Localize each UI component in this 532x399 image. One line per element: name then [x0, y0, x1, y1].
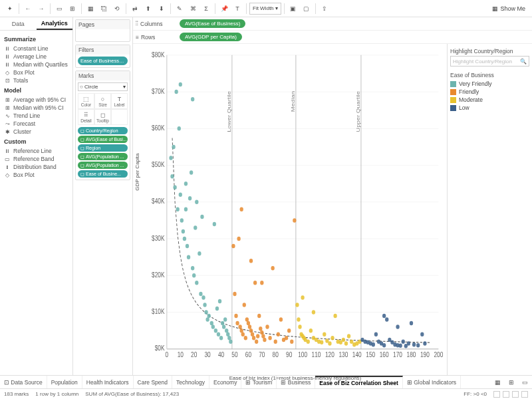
cards-column: Pages Filters Ease of Business (cl... Ma… — [73, 17, 133, 375]
analytics-item[interactable]: ⤳Forecast — [4, 120, 68, 128]
mark-pill[interactable]: ◻AVG(Population ... — [78, 162, 128, 169]
sort-desc-icon[interactable]: ⬇ — [156, 3, 168, 15]
analytics-item[interactable]: ⊡Totals — [4, 76, 68, 84]
showme-icon: ▦ — [492, 5, 498, 12]
highlight-card-head: Highlight Country/Region — [450, 47, 529, 56]
marks-tooltip[interactable]: ◻Tooltip — [94, 109, 111, 125]
status-bar: 183 marks 1 row by 1 column SUM of AVG(E… — [0, 388, 532, 399]
svg-point-134 — [298, 325, 301, 329]
highlight-search-input[interactable]: Highlight Country/Region 🔍 — [450, 56, 529, 66]
filter-pill-ease[interactable]: Ease of Business (cl... — [78, 57, 128, 65]
new-story-tab-icon[interactable]: ▭ — [518, 376, 532, 388]
rows-pill[interactable]: AVG(GDP per Capita) — [180, 33, 242, 41]
svg-text:70: 70 — [259, 351, 265, 358]
svg-point-90 — [179, 82, 182, 87]
svg-point-73 — [205, 317, 209, 322]
rows-shelf[interactable]: ≡Rows AVG(GDP per Capita) — [133, 31, 532, 44]
chart-viz[interactable]: GDP per Capita $0K$10K$20K$30K$40K$50K$6… — [133, 44, 447, 375]
svg-text:$60K: $60K — [152, 124, 165, 132]
svg-point-52 — [176, 207, 180, 212]
status-view-icon[interactable] — [493, 391, 500, 398]
sheet-tab[interactable]: ⊡ Data Source — [0, 376, 47, 388]
legend-item[interactable]: Friendly — [450, 88, 529, 96]
analytics-item[interactable]: ∿Trend Line — [4, 112, 68, 120]
worksheet-area: ⦙⦙Columns AVG(Ease of Business) ≡Rows AV… — [133, 17, 532, 375]
new-dashboard-tab-icon[interactable]: ⊞ — [505, 376, 518, 388]
swap-icon[interactable]: ⇄ — [129, 3, 141, 15]
tableau-logo-icon[interactable]: ✦ — [4, 3, 16, 15]
marks-label[interactable]: TLabel — [111, 93, 128, 109]
svg-point-130 — [249, 259, 253, 263]
sheet-tab[interactable]: Population — [47, 376, 82, 388]
analytics-item[interactable]: ◇Box Plot — [4, 68, 68, 76]
svg-text:160: 160 — [380, 351, 389, 358]
status-view-icon[interactable] — [521, 391, 528, 398]
mark-pill[interactable]: ◻AVG(Population ... — [78, 153, 128, 160]
sidebar-tab-data[interactable]: Data — [0, 17, 37, 30]
share-icon[interactable]: ⇪ — [319, 3, 331, 15]
marks-color[interactable]: ⬚Color — [78, 93, 94, 109]
mark-pill[interactable]: ◻AVG(Ease of Busi... — [78, 136, 128, 143]
svg-point-102 — [243, 303, 246, 307]
svg-point-131 — [260, 281, 263, 285]
svg-point-160 — [312, 310, 315, 315]
svg-text:$30K: $30K — [152, 235, 165, 242]
svg-point-57 — [183, 237, 186, 241]
analytics-item[interactable]: ⫼Reference Line — [4, 147, 68, 155]
marks-type-dropdown[interactable]: ○ Circle▾ — [78, 82, 128, 91]
analytics-item[interactable]: ⫼Constant Line — [4, 45, 68, 53]
sheet-tab[interactable]: Health Indicators — [82, 376, 134, 388]
analytics-item[interactable]: ⫿Distribution Band — [4, 163, 68, 171]
cards-icon[interactable]: ▣ — [287, 3, 299, 15]
legend-item[interactable]: Low — [450, 104, 529, 112]
svg-point-91 — [184, 207, 188, 212]
mark-pill[interactable]: ◻Region — [78, 144, 128, 152]
clear-icon[interactable]: ⟲ — [111, 3, 123, 15]
fit-dropdown[interactable]: Fit Width▾ — [249, 3, 281, 15]
legend-swatch — [450, 81, 456, 87]
svg-text:10: 10 — [178, 351, 184, 358]
new-worksheet-icon[interactable]: ▦ — [84, 3, 96, 15]
showme-button[interactable]: ▦ Show Me — [489, 4, 528, 13]
legend-item[interactable]: Very Friendly — [450, 80, 529, 88]
pin-icon[interactable]: 📌 — [218, 3, 230, 15]
analytics-item[interactable]: ◇Box Plot — [4, 171, 68, 179]
status-view-icon[interactable] — [503, 391, 509, 398]
status-view-icon[interactable] — [512, 391, 519, 398]
presentation-icon[interactable]: ▢ — [301, 3, 313, 15]
svg-text:150: 150 — [366, 351, 375, 358]
new-data-icon[interactable]: ⊞ — [66, 3, 78, 15]
svg-text:Upper Quartile: Upper Quartile — [355, 91, 361, 132]
highlight-icon[interactable]: ✎ — [174, 3, 186, 15]
svg-point-59 — [186, 244, 189, 249]
analytics-item[interactable]: ⫼Average Line — [4, 53, 68, 61]
marks-detail[interactable]: ⠿Detail — [78, 109, 94, 125]
svg-point-96 — [234, 314, 237, 319]
columns-shelf[interactable]: ⦙⦙Columns AVG(Ease of Business) — [133, 17, 532, 31]
analytics-item[interactable]: ⊞Median with 95% CI — [4, 104, 68, 112]
pages-card: Pages — [75, 19, 130, 42]
columns-pill[interactable]: AVG(Ease of Business) — [180, 19, 245, 28]
label-icon[interactable]: T — [231, 3, 243, 15]
group-icon[interactable]: ⌘ — [187, 3, 199, 15]
svg-point-165 — [372, 342, 375, 347]
legend-item[interactable]: Moderate — [450, 96, 529, 104]
forward-icon[interactable]: → — [35, 3, 47, 15]
sidebar-tab-analytics[interactable]: Analytics — [37, 17, 73, 30]
marks-size[interactable]: ○Size — [94, 93, 111, 109]
analytics-item[interactable]: ▭Reference Band — [4, 155, 68, 163]
analytics-item[interactable]: ⫼Median with Quartiles — [4, 61, 68, 68]
mark-pill[interactable]: ◻Country/Region — [78, 127, 128, 134]
mark-pill[interactable]: ◻Ease of Busine... — [78, 170, 128, 178]
analytics-item-icon: ⫼ — [4, 148, 11, 154]
svg-point-68 — [199, 292, 202, 297]
totals-icon[interactable]: Σ — [200, 3, 212, 15]
duplicate-icon[interactable]: ⿻ — [98, 3, 110, 15]
new-worksheet-tab-icon[interactable]: ▦ — [491, 376, 505, 388]
save-icon[interactable]: ▭ — [53, 3, 65, 15]
sort-asc-icon[interactable]: ⬆ — [142, 3, 154, 15]
analytics-item[interactable]: ✱Cluster — [4, 128, 68, 136]
back-icon[interactable]: ← — [22, 3, 34, 15]
analytics-item[interactable]: ⊞Average with 95% CI — [4, 96, 68, 104]
svg-point-115 — [260, 331, 263, 335]
